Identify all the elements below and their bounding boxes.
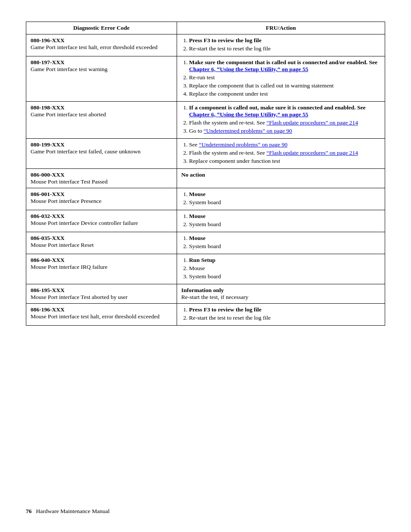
error-desc: Mouse Port interface test halt, error th… [31,313,159,320]
error-code: 080-197-XXX [31,59,65,65]
col-header-fru: FRU/Action [177,22,385,34]
error-code: 080-198-XXX [31,104,65,111]
error-code: 080-196-XXX [31,37,65,44]
table-row: 086-040-XXX Mouse Port interface IRQ fai… [26,254,385,284]
table-row: 080-196-XXX Game Port interface test hal… [26,34,385,56]
error-desc: Mouse Port interface Presence [31,198,102,204]
undetermined-problems-link-2[interactable]: “Undetermined problems” on page 90 [199,141,287,148]
error-code-cell: 080-198-XXX Game Port interface test abo… [26,102,177,139]
action-cell: See “Undetermined problems” on page 90 F… [177,139,385,169]
list-item: Mouse [189,235,380,242]
error-code: 086-001-XXX [31,191,65,197]
list-item: Re-run test [189,74,380,81]
list-item: Replace component under function test [189,158,380,165]
list-item: System board [189,199,380,206]
list-item: Replace the component that is called out… [189,82,380,89]
list-item: Re-start the test to reset the log file [189,45,380,52]
error-desc: Game Port interface test aborted [31,111,106,118]
list-item: Re-start the test to reset the log file [189,314,380,321]
error-code-cell: 080-197-XXX Game Port interface test war… [26,56,177,102]
table-row: 086-000-XXX Mouse Port interface Test Pa… [26,169,385,188]
error-desc: Game Port interface test halt, error thr… [31,44,158,50]
footer-title: Hardware Maintenance Manual [36,508,110,515]
list-item: See “Undetermined problems” on page 90 [189,141,380,148]
page-number: 76 [26,508,32,515]
list-item: System board [189,221,380,228]
error-code: 086-035-XXX [31,235,65,241]
table-row: 086-035-XXX Mouse Port interface Reset M… [26,232,385,254]
error-desc: Mouse Port interface Test Passed [31,178,108,185]
list-item: Mouse [189,213,380,220]
error-code-cell: 086-035-XXX Mouse Port interface Reset [26,232,177,254]
error-code-cell: 080-196-XXX Game Port interface test hal… [26,34,177,56]
list-item: Replace the component under test [189,90,380,97]
no-action-label: No action [181,171,205,178]
list-item: Mouse [189,191,380,198]
error-code: 086-040-XXX [31,257,65,263]
list-item: System board [189,273,380,280]
list-item: Make sure the component that is called o… [189,59,380,73]
error-code-cell: 086-001-XXX Mouse Port interface Presenc… [26,188,177,210]
error-code-cell: 086-195-XXX Mouse Port interface Test ab… [26,284,177,304]
chapter6-link-2[interactable]: Chapter 6, “Using the Setup Utility,” on… [189,111,308,118]
error-desc: Mouse Port interface IRQ failure [31,264,107,270]
list-item: Run Setup [189,257,380,264]
action-cell: Mouse System board [177,210,385,232]
undetermined-problems-link[interactable]: “Undetermined problems” on page 90 [204,128,292,134]
page: Diagnostic Error Code FRU/Action 080-196… [0,0,411,532]
error-code-cell: 086-040-XXX Mouse Port interface IRQ fai… [26,254,177,284]
info-only-label: Information only [181,287,224,293]
error-code: 086-196-XXX [31,306,65,313]
table-row: 080-198-XXX Game Port interface test abo… [26,102,385,139]
table-row: 086-196-XXX Mouse Port interface test ha… [26,304,385,326]
chapter6-link[interactable]: Chapter 6, “Using the Setup Utility,” on… [189,66,308,72]
error-code: 080-199-XXX [31,141,65,148]
list-item: Flash the system and re-test. See “Flash… [189,149,380,156]
action-cell: Make sure the component that is called o… [177,56,385,102]
action-cell: Press F3 to review the log file Re-start… [177,304,385,326]
error-desc: Game Port interface test warning [31,66,107,72]
list-item: Go to “Undetermined problems” on page 90 [189,128,380,134]
list-item: If a component is called out, make sure … [189,104,380,118]
table-row: 080-197-XXX Game Port interface test war… [26,56,385,102]
list-item: Mouse [189,265,380,272]
table-row: 086-032-XXX Mouse Port interface Device … [26,210,385,232]
error-desc: Mouse Port interface Device controller f… [31,220,138,226]
col-header-diagnostic: Diagnostic Error Code [26,22,177,34]
error-code: 086-195-XXX [31,287,65,293]
error-code-cell: 080-199-XXX Game Port interface test fai… [26,139,177,169]
footer: 76 Hardware Maintenance Manual [26,508,109,515]
table-row: 086-195-XXX Mouse Port interface Test ab… [26,284,385,304]
action-cell: If a component is called out, make sure … [177,102,385,139]
flash-update-link[interactable]: “Flash update procedures” on page 214 [266,119,358,126]
diagnostic-table: Diagnostic Error Code FRU/Action 080-196… [26,22,385,326]
action-cell: Mouse System board [177,232,385,254]
error-desc: Mouse Port interface Reset [31,242,94,248]
error-code: 086-000-XXX [31,171,65,178]
error-desc: Game Port interface test failed, cause u… [31,148,140,155]
error-code: 086-032-XXX [31,213,65,219]
error-desc: Mouse Port interface Test aborted by use… [31,294,128,300]
error-code-cell: 086-196-XXX Mouse Port interface test ha… [26,304,177,326]
action-cell: Mouse System board [177,188,385,210]
error-code-cell: 086-000-XXX Mouse Port interface Test Pa… [26,169,177,188]
list-item: Press F3 to review the log file [189,37,380,44]
list-item: Flash the system and re-test. See “Flash… [189,119,380,126]
table-row: 080-199-XXX Game Port interface test fai… [26,139,385,169]
action-cell: No action [177,169,385,188]
action-cell: Press F3 to review the log file Re-start… [177,34,385,56]
action-cell: Run Setup Mouse System board [177,254,385,284]
list-item: Press F3 to review the log file [189,306,380,313]
table-row: 086-001-XXX Mouse Port interface Presenc… [26,188,385,210]
action-cell: Information only Re-start the test, if n… [177,284,385,304]
error-code-cell: 086-032-XXX Mouse Port interface Device … [26,210,177,232]
info-action-text: Re-start the test, if necessary [181,294,249,300]
list-item: System board [189,243,380,250]
flash-update-link-2[interactable]: “Flash update procedures” on page 214 [266,149,358,156]
